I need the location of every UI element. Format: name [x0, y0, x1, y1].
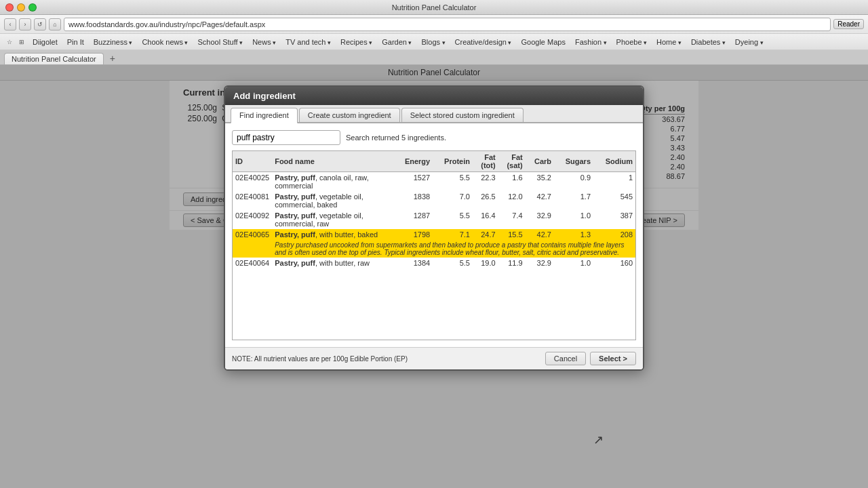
search-input[interactable]	[232, 130, 340, 145]
bookmarks-icon2: ⊞	[16, 37, 27, 47]
result-protein: 5.5	[433, 210, 473, 229]
col-energy: Energy	[393, 151, 433, 172]
main-tab[interactable]: Nutrition Panel Calculator	[4, 53, 104, 64]
result-sugars: 1.3	[554, 229, 593, 240]
tab-bar: Nutrition Panel Calculator +	[0, 50, 868, 65]
bookmark-creative[interactable]: Creative/design	[451, 37, 516, 47]
bookmarks-icon: ☆	[4, 37, 15, 47]
table-row[interactable]: 02E40025 Pastry, puff, canola oil, raw, …	[233, 172, 635, 192]
result-carb: 42.7	[526, 191, 554, 210]
page-content: Nutrition Panel Calculator Current ingre…	[0, 65, 868, 488]
result-fat-sat: 11.9	[498, 258, 526, 268]
bookmark-schoolstuff[interactable]: School Stuff	[193, 37, 247, 47]
result-sugars: 0.9	[554, 172, 593, 192]
result-sodium: 160	[593, 258, 635, 268]
window-controls[interactable]	[5, 3, 37, 12]
bookmark-news[interactable]: News	[248, 37, 280, 47]
table-row[interactable]: 02E40092 Pastry, puff, vegetable oil, co…	[233, 210, 635, 229]
col-carb: Carb	[526, 151, 554, 172]
table-row-description: Pastry purchased uncooked from supermark…	[233, 240, 635, 258]
maximize-window-button[interactable]	[28, 3, 37, 12]
modal-overlay: Add ingredient Find ingredient Create cu…	[0, 65, 868, 488]
reader-button[interactable]: Reader	[833, 19, 864, 29]
select-button[interactable]: Select >	[590, 352, 636, 365]
close-window-button[interactable]	[5, 3, 14, 12]
modal-tabs: Find ingredient Create custom ingredient…	[225, 105, 643, 123]
result-energy: 1798	[393, 229, 433, 240]
result-id: 02E40065	[233, 229, 272, 240]
bookmark-blogs[interactable]: Blogs	[417, 37, 449, 47]
result-food-name: Pastry, puff, vegetable oil, commercial,…	[272, 191, 393, 210]
cancel-button[interactable]: Cancel	[545, 352, 586, 365]
table-row[interactable]: 02E40081 Pastry, puff, vegetable oil, co…	[233, 191, 635, 210]
result-food-name: Pastry, puff, canola oil, raw, commercia…	[272, 172, 393, 192]
result-protein: 7.0	[433, 191, 473, 210]
modal-body: Search returned 5 ingredients. ID Food n…	[225, 123, 643, 347]
add-ingredient-modal: Add ingredient Find ingredient Create cu…	[224, 85, 644, 371]
result-id: 02E40081	[233, 191, 272, 210]
col-fat-tot: Fat(tot)	[473, 151, 498, 172]
minimize-window-button[interactable]	[17, 3, 25, 12]
url-input[interactable]	[64, 18, 831, 31]
result-id: 02E40064	[233, 258, 272, 268]
result-protein: 5.5	[433, 172, 473, 192]
result-protein: 7.1	[433, 229, 473, 240]
tab-select-stored[interactable]: Select stored custom ingredient	[401, 108, 524, 122]
result-energy: 1527	[393, 172, 433, 192]
bookmarks-bar: ☆ ⊞ Diigolet Pin It Buzziness Chook news…	[0, 34, 868, 50]
bookmark-recipes[interactable]: Recipes	[336, 37, 376, 47]
forward-button[interactable]: ›	[19, 18, 31, 30]
footer-note: NOTE: All nutrient values are per 100g E…	[232, 355, 408, 363]
bookmark-home[interactable]: Home	[652, 37, 686, 47]
bookmark-dyeing[interactable]: Dyeing	[731, 37, 768, 47]
result-fat-tot: 19.0	[473, 258, 498, 268]
bookmark-diigolet[interactable]: Diigolet	[28, 37, 62, 47]
result-food-name: Pastry, puff, vegetable oil, commercial,…	[272, 210, 393, 229]
result-sodium: 545	[593, 191, 635, 210]
result-sugars: 1.7	[554, 191, 593, 210]
bookmark-tvtech[interactable]: TV and tech	[281, 37, 335, 47]
result-id: 02E40092	[233, 210, 272, 229]
result-sodium: 387	[593, 210, 635, 229]
reload-button[interactable]: ↺	[34, 18, 46, 30]
results-container[interactable]: ID Food name Energy Protein Fat(tot) Fat…	[232, 150, 636, 340]
result-energy: 1287	[393, 210, 433, 229]
bookmark-garden[interactable]: Garden	[378, 37, 416, 47]
bookmark-buzziness[interactable]: Buzziness	[90, 37, 137, 47]
result-fat-tot: 24.7	[473, 229, 498, 240]
back-button[interactable]: ‹	[4, 18, 16, 30]
col-sugars: Sugars	[554, 151, 593, 172]
result-carb: 35.2	[526, 172, 554, 192]
search-result-text: Search returned 5 ingredients.	[346, 134, 446, 142]
result-sugars: 1.0	[554, 258, 593, 268]
bookmark-chooknews[interactable]: Chook news	[138, 37, 192, 47]
result-sodium: 208	[593, 229, 635, 240]
result-fat-sat: 1.6	[498, 172, 526, 192]
result-energy: 1384	[393, 258, 433, 268]
bookmark-pinit[interactable]: Pin It	[63, 37, 88, 47]
table-row[interactable]: 02E40064 Pastry, puff, with butter, raw …	[233, 258, 635, 268]
search-row: Search returned 5 ingredients.	[232, 130, 636, 145]
bookmark-googlemaps[interactable]: Google Maps	[517, 37, 569, 47]
tab-find-ingredient[interactable]: Find ingredient	[231, 108, 298, 123]
modal-footer: NOTE: All nutrient values are per 100g E…	[225, 347, 643, 369]
table-row[interactable]: 02E40065 Pastry, puff, with butter, bake…	[233, 229, 635, 240]
col-fat-sat: Fat(sat)	[498, 151, 526, 172]
result-food-name: Pastry, puff, with butter, raw	[272, 258, 393, 268]
result-fat-sat: 12.0	[498, 191, 526, 210]
col-sodium: Sodium	[593, 151, 635, 172]
tab-create-custom[interactable]: Create custom ingredient	[299, 108, 400, 122]
home-button[interactable]: ⌂	[49, 18, 61, 30]
bookmark-diabetes[interactable]: Diabetes	[687, 37, 730, 47]
results-table: ID Food name Energy Protein Fat(tot) Fat…	[233, 151, 635, 268]
title-bar: Nutrition Panel Calculator	[0, 0, 868, 15]
result-sodium: 1	[593, 172, 635, 192]
bookmark-phoebe[interactable]: Phoebe	[612, 37, 651, 47]
col-food-name: Food name	[272, 151, 393, 172]
result-carb: 42.7	[526, 229, 554, 240]
bookmark-fashion[interactable]: Fashion	[571, 37, 611, 47]
result-fat-sat: 7.4	[498, 210, 526, 229]
table-header-row: ID Food name Energy Protein Fat(tot) Fat…	[233, 151, 635, 172]
new-tab-button[interactable]: +	[106, 52, 119, 64]
browser-bar: ‹ › ↺ ⌂ Reader	[0, 15, 868, 34]
